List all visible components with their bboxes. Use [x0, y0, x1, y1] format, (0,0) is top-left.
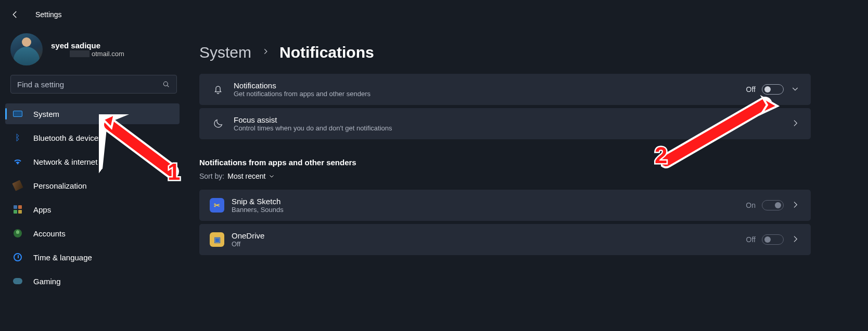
sidebar-item-accounts[interactable]: Accounts: [5, 223, 180, 244]
chevron-down-icon[interactable]: [791, 85, 800, 94]
back-button[interactable]: [10, 9, 21, 20]
snip-sketch-toggle[interactable]: [762, 200, 784, 210]
sidebar-item-time[interactable]: Time & language: [5, 247, 180, 268]
sidebar-item-label: Accounts: [33, 229, 66, 238]
app-subtitle: Banners, Sounds: [232, 206, 746, 214]
paintbrush-icon: [12, 180, 23, 191]
app-row-onedrive[interactable]: ▣ OneDrive Off Off: [199, 224, 811, 255]
app-row-snip-sketch[interactable]: ✂ Snip & Sketch Banners, Sounds On: [199, 190, 811, 221]
svg-point-0: [163, 82, 168, 86]
sidebar-item-label: Bluetooth & devices: [33, 134, 103, 142]
sidebar-item-label: Time & language: [33, 253, 92, 262]
chevron-right-icon[interactable]: [791, 235, 800, 244]
toggle-state-label: Off: [746, 85, 756, 94]
sidebar-item-label: Personalization: [33, 181, 87, 190]
window-title: Settings: [35, 10, 62, 19]
notifications-toggle[interactable]: [762, 84, 784, 95]
breadcrumb-system[interactable]: System: [199, 44, 251, 61]
wifi-icon: [12, 156, 23, 167]
sidebar-item-label: System: [33, 110, 59, 118]
sort-dropdown[interactable]: Most recent: [227, 172, 275, 180]
sidebar-item-personalization[interactable]: Personalization: [5, 175, 180, 196]
chevron-right-icon: [262, 46, 269, 59]
sort-label: Sort by:: [199, 172, 224, 180]
sidebar-item-system[interactable]: System: [5, 103, 180, 124]
bluetooth-icon: ᛒ: [12, 133, 23, 143]
annotation-1: 1: [168, 159, 180, 185]
search-icon: [162, 80, 170, 88]
sidebar-item-network[interactable]: Network & internet: [5, 151, 180, 172]
app-subtitle: Off: [232, 240, 746, 248]
chevron-right-icon[interactable]: [791, 201, 800, 210]
toggle-state-label: On: [746, 201, 756, 209]
card-title: Notifications: [234, 81, 746, 90]
apps-icon: [12, 204, 23, 215]
sidebar-item-apps[interactable]: Apps: [5, 199, 180, 220]
app-title: OneDrive: [232, 231, 746, 240]
page-heading: Notifications: [279, 44, 374, 61]
avatar: [10, 33, 43, 65]
card-title: Focus assist: [234, 115, 784, 124]
user-email: otmail.com: [51, 50, 124, 58]
search-field[interactable]: [17, 80, 162, 89]
card-subtitle: Get notifications from apps and other se…: [234, 90, 746, 98]
card-focus-assist[interactable]: Focus assist Control times when you do a…: [199, 108, 811, 139]
section-title: Notifications from apps and other sender…: [199, 142, 811, 172]
system-icon: [12, 109, 23, 119]
sidebar-item-bluetooth[interactable]: ᛒ Bluetooth & devices: [5, 127, 180, 148]
card-subtitle: Control times when you do and don't get …: [234, 124, 784, 132]
search-input[interactable]: [10, 75, 177, 94]
sidebar-item-label: Network & internet: [33, 157, 97, 166]
snip-sketch-icon: ✂: [210, 198, 224, 213]
onedrive-icon: ▣: [210, 232, 224, 247]
sidebar-item-label: Gaming: [33, 277, 61, 286]
sidebar-item-label: Apps: [33, 205, 51, 214]
bell-icon: [210, 84, 226, 95]
clock-icon: [12, 252, 23, 262]
app-title: Snip & Sketch: [232, 197, 746, 206]
breadcrumb: System Notifications: [199, 29, 811, 74]
onedrive-toggle[interactable]: [762, 234, 784, 245]
annotation-2: 2: [655, 142, 667, 168]
card-notifications[interactable]: Notifications Get notifications from app…: [199, 74, 811, 105]
chevron-right-icon[interactable]: [791, 119, 800, 128]
toggle-state-label: Off: [746, 235, 756, 244]
user-name: syed sadique: [51, 41, 124, 50]
user-card[interactable]: syed sadique otmail.com: [5, 29, 180, 75]
sidebar-item-gaming[interactable]: Gaming: [5, 271, 180, 292]
gamepad-icon: [12, 276, 23, 286]
account-icon: [12, 228, 23, 239]
moon-icon: [210, 118, 226, 129]
